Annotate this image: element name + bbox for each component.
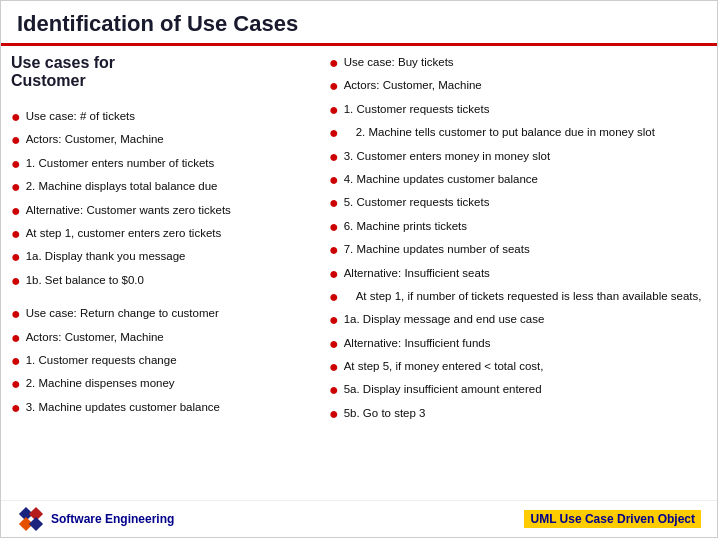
left-group2-list: ● Use case: Return change to customer ● … — [11, 305, 321, 422]
list-item: ● 1. Customer requests tickets — [329, 101, 707, 121]
bullet-icon: ● — [329, 286, 339, 308]
svg-rect-3 — [29, 517, 43, 531]
list-item: ● 1a. Display thank you message — [11, 248, 321, 268]
list-item: ● 2. Machine dispenses money — [11, 375, 321, 395]
footer-left: Software Engineering — [17, 505, 174, 533]
list-item: ● Alternative: Insufficient funds — [329, 335, 707, 355]
bullet-icon: ● — [329, 263, 339, 285]
bullet-icon: ● — [11, 397, 21, 419]
bullet-icon: ● — [329, 239, 339, 261]
list-item: ● 4. Machine updates customer balance — [329, 171, 707, 191]
list-item: ● 2. Machine displays total balance due — [11, 178, 321, 198]
right-list: ● Use case: Buy tickets ● Actors: Custom… — [329, 54, 707, 428]
list-item: ● At step 1, customer enters zero ticket… — [11, 225, 321, 245]
bullet-icon: ● — [11, 129, 21, 151]
list-item: ● 5. Customer requests tickets — [329, 194, 707, 214]
bullet-icon: ● — [329, 356, 339, 378]
bullet-icon: ● — [11, 373, 21, 395]
bullet-icon: ● — [329, 99, 339, 121]
bullet-icon: ● — [11, 246, 21, 268]
bullet-icon: ● — [329, 403, 339, 425]
right-column: ● Use case: Buy tickets ● Actors: Custom… — [329, 54, 707, 492]
list-item: ● Actors: Customer, Machine — [329, 77, 707, 97]
list-item: ● At step 1, if number of tickets reques… — [329, 288, 707, 308]
list-item: ● 5b. Go to step 3 — [329, 405, 707, 425]
content-area: Use cases for Customer ● Use case: # of … — [1, 46, 717, 500]
bullet-icon: ● — [329, 52, 339, 74]
list-item: ● 1b. Set balance to $0.0 — [11, 272, 321, 292]
bullet-icon: ● — [329, 169, 339, 191]
bullet-icon: ● — [11, 153, 21, 175]
list-item: ● 1a. Display message and end use case — [329, 311, 707, 331]
left-group1-list: ● Use case: # of tickets ● Actors: Custo… — [11, 108, 321, 295]
bullet-icon: ● — [11, 176, 21, 198]
list-item: ● Alternative: Insufficient seats — [329, 265, 707, 285]
bullet-icon: ● — [329, 216, 339, 238]
list-item: ● 7. Machine updates number of seats — [329, 241, 707, 261]
bullet-icon: ● — [329, 75, 339, 97]
list-item: ● 3. Customer enters money in money slot — [329, 148, 707, 168]
bullet-icon: ● — [329, 379, 339, 401]
section-header-block: Use cases for Customer — [11, 54, 321, 94]
list-item: ● Actors: Customer, Machine — [11, 329, 321, 349]
left-column: Use cases for Customer ● Use case: # of … — [11, 54, 321, 492]
bullet-icon: ● — [329, 146, 339, 168]
footer-text-left: Software Engineering — [51, 512, 174, 526]
bullet-icon: ● — [329, 309, 339, 331]
bullet-icon: ● — [11, 106, 21, 128]
list-item: ● Use case: # of tickets — [11, 108, 321, 128]
list-item: ● Use case: Return change to customer — [11, 305, 321, 325]
page-title: Identification of Use Cases — [17, 11, 701, 37]
footer-text-right: UML Use Case Driven Object — [524, 510, 701, 528]
bullet-icon: ● — [11, 327, 21, 349]
list-item: ● At step 5, if money entered < total co… — [329, 358, 707, 378]
diamond-logo-icon — [17, 505, 45, 533]
list-item: ● 1. Customer enters number of tickets — [11, 155, 321, 175]
list-item: ● 6. Machine prints tickets — [329, 218, 707, 238]
list-item: ● Use case: Buy tickets — [329, 54, 707, 74]
list-item: ● 3. Machine updates customer balance — [11, 399, 321, 419]
bullet-icon: ● — [329, 122, 339, 144]
page: Identification of Use Cases Use cases fo… — [0, 0, 718, 538]
bullet-icon: ● — [11, 270, 21, 292]
title-bar: Identification of Use Cases — [1, 1, 717, 46]
footer: Software Engineering UML Use Case Driven… — [1, 500, 717, 537]
list-item: ● 5a. Display insufficient amount entere… — [329, 381, 707, 401]
bullet-icon: ● — [11, 303, 21, 325]
use-cases-header: Use cases for Customer — [11, 54, 321, 90]
list-item: ● Alternative: Customer wants zero ticke… — [11, 202, 321, 222]
list-item: ● 1. Customer requests change — [11, 352, 321, 372]
bullet-icon: ● — [11, 223, 21, 245]
bullet-icon: ● — [11, 350, 21, 372]
bullet-icon: ● — [11, 200, 21, 222]
bullet-icon: ● — [329, 192, 339, 214]
list-item: ● 2. Machine tells customer to put balan… — [329, 124, 707, 144]
list-item: ● Actors: Customer, Machine — [11, 131, 321, 151]
bullet-icon: ● — [329, 333, 339, 355]
